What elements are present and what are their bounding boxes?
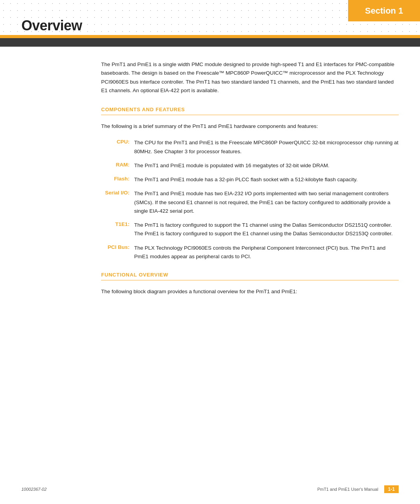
functional-intro: The following block diagram provides a f… xyxy=(101,287,399,296)
feature-text-ram: The PmT1 and PmE1 module is populated wi… xyxy=(134,161,399,170)
feature-label-t1e1: T1E1: xyxy=(101,221,134,227)
footer-doc-number: 10002367-02 xyxy=(21,487,47,492)
footer-right: PmT1 and PmE1 User's Manual 1-1 xyxy=(317,485,399,493)
feature-item-flash: Flash: The PmT1 and PmE1 module has a 32… xyxy=(101,175,399,184)
feature-label-serial: Serial I/O: xyxy=(101,189,134,196)
main-content: The PmT1 and PmE1 is a single width PMC … xyxy=(0,47,420,324)
page-footer: 10002367-02 PmT1 and PmE1 User's Manual … xyxy=(0,485,420,493)
feature-text-serial: The PmT1 and PmE1 module has two EIA-232… xyxy=(134,189,399,215)
feature-text-flash: The PmT1 and PmE1 module has a 32-pin PL… xyxy=(134,175,399,184)
feature-item-ram: RAM: The PmT1 and PmE1 module is populat… xyxy=(101,161,399,170)
overview-title-area: Overview xyxy=(0,18,82,34)
footer-page-number: 1-1 xyxy=(384,485,399,493)
feature-text-t1e1: The PmT1 is factory configured to suppor… xyxy=(134,221,399,238)
feature-text-cpu: The CPU for the PmT1 and PmE1 is the Fre… xyxy=(134,138,399,156)
feature-label-pci: PCI Bus: xyxy=(101,244,134,250)
feature-item-serial: Serial I/O: The PmT1 and PmE1 module has… xyxy=(101,189,399,215)
feature-item-cpu: CPU: The CPU for the PmT1 and PmE1 is th… xyxy=(101,138,399,156)
functional-heading: FUNCTIONAL OVERVIEW xyxy=(101,272,399,278)
page-title: Overview xyxy=(21,18,82,34)
functional-divider xyxy=(101,280,399,280)
feature-list: CPU: The CPU for the PmT1 and PmE1 is th… xyxy=(101,138,399,261)
components-intro: The following is a brief summary of the … xyxy=(101,122,399,131)
section-badge: Section 1 xyxy=(348,0,420,21)
components-section: COMPONENTS AND FEATURES The following is… xyxy=(101,107,399,261)
feature-item-t1e1: T1E1: The PmT1 is factory configured to … xyxy=(101,221,399,238)
intro-paragraph: The PmT1 and PmE1 is a single width PMC … xyxy=(101,60,399,95)
feature-text-pci: The PLX Technology PCI9060ES controls th… xyxy=(134,244,399,261)
feature-label-cpu: CPU: xyxy=(101,138,134,145)
components-heading: COMPONENTS AND FEATURES xyxy=(101,107,399,112)
section-badge-text: Section 1 xyxy=(365,6,403,16)
footer-manual-title: PmT1 and PmE1 User's Manual xyxy=(317,487,378,492)
header-area: Section 1 Overview xyxy=(0,0,420,35)
components-divider xyxy=(101,115,399,115)
feature-label-flash: Flash: xyxy=(101,175,134,182)
feature-item-pci: PCI Bus: The PLX Technology PCI9060ES co… xyxy=(101,244,399,261)
orange-bar xyxy=(0,35,420,38)
feature-label-ram: RAM: xyxy=(101,161,134,168)
dark-bar xyxy=(0,38,420,47)
functional-section: FUNCTIONAL OVERVIEW The following block … xyxy=(101,272,399,296)
